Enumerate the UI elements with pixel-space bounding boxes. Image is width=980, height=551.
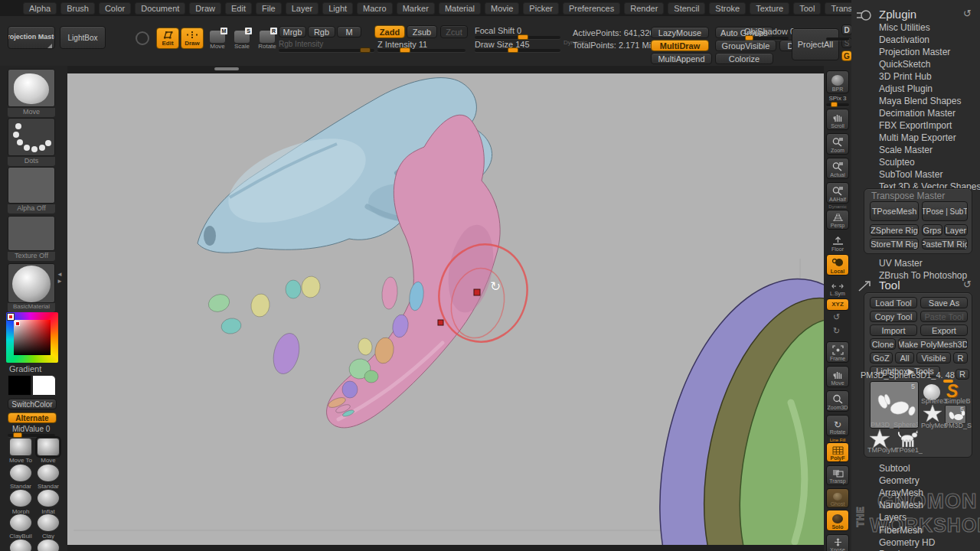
lightbox-button[interactable]: LightBox bbox=[60, 26, 106, 49]
rgb-button[interactable]: Rgb bbox=[308, 26, 335, 37]
mrgb-button[interactable]: Mrgb bbox=[279, 26, 306, 37]
color-picker[interactable] bbox=[6, 312, 58, 363]
zplugin-item-3d-print-hub[interactable]: 3D Print Hub bbox=[879, 71, 932, 82]
xpose-button[interactable]: Xpose bbox=[826, 534, 849, 551]
zplugin-item-adjust-plugin[interactable]: Adjust Plugin bbox=[879, 83, 933, 94]
current-material-thumb[interactable] bbox=[8, 263, 55, 303]
menu-layer[interactable]: Layer bbox=[286, 2, 319, 15]
tool-section-layers[interactable]: Layers bbox=[879, 512, 906, 523]
import-button[interactable]: Import bbox=[870, 324, 917, 336]
export-button[interactable]: Export bbox=[920, 324, 968, 336]
zplugin-item-projection-master[interactable]: Projection Master bbox=[879, 47, 950, 57]
goz-r-button[interactable]: R bbox=[953, 352, 968, 364]
transparency-button[interactable]: Transp bbox=[826, 465, 849, 485]
paste-tool-button[interactable]: Paste Tool bbox=[920, 311, 968, 322]
current-brush-thumb[interactable] bbox=[8, 69, 55, 107]
grps-button[interactable]: Grps bbox=[922, 224, 942, 236]
zplugin-item-decimation-master[interactable]: Decimation Master bbox=[879, 108, 956, 119]
zplugin-item-misc-utilities[interactable]: Misc Utilities bbox=[879, 22, 930, 33]
menu-texture[interactable]: Texture bbox=[750, 2, 789, 15]
move-gyro-button[interactable]: M Move bbox=[207, 28, 228, 51]
tposemesh-button[interactable]: TPoseMesh bbox=[870, 201, 919, 221]
zplugin-item-subtool-master[interactable]: SubTool Master bbox=[879, 169, 942, 180]
gradient-label[interactable]: Gradient bbox=[9, 364, 41, 373]
secondary-color-swatch[interactable] bbox=[32, 375, 56, 396]
solo-button[interactable]: Solo bbox=[826, 510, 849, 531]
floor-button[interactable]: Floor bbox=[826, 233, 849, 253]
d-button[interactable]: D bbox=[841, 24, 852, 35]
local-button[interactable]: Local bbox=[826, 254, 849, 276]
tool-section-geometry[interactable]: Geometry bbox=[879, 475, 920, 486]
groupvisible-button[interactable]: GroupVisible bbox=[715, 40, 776, 51]
zadd-button[interactable]: Zadd bbox=[374, 25, 405, 38]
quick-brush-claybuildup[interactable] bbox=[9, 514, 32, 532]
tray-divider-handle[interactable]: ◄► bbox=[57, 271, 63, 285]
tool-section-subtool[interactable]: Subtool bbox=[879, 463, 910, 474]
quick-brush-move-to[interactable] bbox=[9, 438, 32, 456]
main-color-swatch[interactable] bbox=[8, 375, 31, 396]
current-texture-thumb[interactable] bbox=[8, 216, 55, 251]
z-rotate-icon[interactable]: ↻ bbox=[833, 326, 840, 336]
zplugin-item-scale-master[interactable]: Scale Master bbox=[879, 145, 933, 155]
midvalue-slider[interactable] bbox=[8, 434, 55, 437]
zplugin-item-maya-blend-shapes[interactable]: Maya Blend Shapes bbox=[879, 96, 961, 106]
rotate-gyro-button[interactable]: R Rotate bbox=[256, 28, 279, 51]
tool-section-nanomesh[interactable]: NanoMesh bbox=[879, 500, 923, 510]
menu-draw[interactable]: Draw bbox=[189, 2, 221, 15]
persp-button[interactable]: Persp bbox=[826, 210, 849, 230]
menu-movie[interactable]: Movie bbox=[485, 2, 519, 15]
layer-button[interactable]: Layer bbox=[944, 224, 968, 236]
menu-picker[interactable]: Picker bbox=[523, 2, 559, 15]
tpose-subt-button[interactable]: TPose | SubT bbox=[922, 201, 968, 221]
bpr-button[interactable]: BPR bbox=[826, 70, 849, 93]
actual-button[interactable]: Actual bbox=[826, 158, 849, 179]
draw-button[interactable]: Draw bbox=[181, 28, 204, 49]
menu-preferences[interactable]: Preferences bbox=[563, 2, 620, 15]
zoom-button[interactable]: Zoom bbox=[826, 133, 849, 155]
menu-edit[interactable]: Edit bbox=[225, 2, 252, 15]
sculptris-pro-icon[interactable] bbox=[136, 31, 149, 45]
rgb-intensity-slider[interactable] bbox=[279, 49, 374, 52]
zplugin-item-deactivation[interactable]: Deactivation bbox=[879, 34, 929, 45]
quick-brush-morph[interactable] bbox=[9, 489, 32, 507]
aahalf-button[interactable]: AAHalf bbox=[826, 182, 849, 204]
zoom3d-button[interactable]: Zoom3D bbox=[826, 390, 849, 412]
quick-brush-standard1[interactable] bbox=[9, 464, 32, 482]
tool-section-geometry-hd[interactable]: Geometry HD bbox=[879, 537, 935, 548]
multiappend-button[interactable]: MultiAppend bbox=[651, 53, 712, 64]
zplugin-item-multi-map-exporter[interactable]: Multi Map Exporter bbox=[879, 132, 956, 143]
projectall-button[interactable]: ProjectAll bbox=[792, 28, 839, 60]
spix-slider[interactable] bbox=[826, 103, 849, 106]
tool-restore-icon[interactable]: ↺ bbox=[963, 279, 972, 290]
switchcolor-button[interactable]: SwitchColor bbox=[8, 399, 57, 409]
menu-stroke[interactable]: Stroke bbox=[709, 2, 746, 15]
menu-macro[interactable]: Macro bbox=[357, 2, 393, 15]
scale-gyro-button[interactable]: S Scale bbox=[231, 28, 253, 51]
lsym-button[interactable]: L.Sym bbox=[826, 279, 849, 297]
focal-shift-slider[interactable] bbox=[475, 36, 560, 39]
menu-color[interactable]: Color bbox=[99, 2, 131, 15]
zplugin-item-uv-master[interactable]: UV Master bbox=[879, 258, 923, 269]
menu-file[interactable]: File bbox=[256, 2, 282, 15]
rotate-view-button[interactable]: ↻ Rotate bbox=[826, 415, 849, 436]
polyframe-button[interactable]: PolyF bbox=[826, 442, 849, 462]
menu-material[interactable]: Material bbox=[439, 2, 481, 15]
menu-document[interactable]: Document bbox=[135, 2, 185, 15]
current-stroke-thumb[interactable] bbox=[8, 118, 55, 156]
edit-button[interactable]: Edit bbox=[156, 28, 179, 49]
colorize-button[interactable]: Colorize bbox=[715, 53, 773, 64]
document-canvas[interactable]: ↻ bbox=[67, 73, 824, 545]
draw-size-slider[interactable] bbox=[475, 49, 560, 52]
zplugin-item-quicksketch[interactable]: QuickSketch bbox=[879, 59, 930, 70]
menu-alpha[interactable]: Alpha bbox=[23, 2, 57, 15]
frame-button[interactable]: Frame bbox=[826, 341, 849, 363]
ghost-button[interactable]: Ghost bbox=[826, 488, 849, 508]
horizontal-scrollbar[interactable] bbox=[214, 67, 239, 70]
quick-brush-partial1[interactable] bbox=[9, 539, 32, 551]
current-alpha-thumb[interactable] bbox=[8, 167, 55, 204]
goz-button[interactable]: GoZ bbox=[870, 352, 893, 364]
make-polymesh3d-button[interactable]: Make PolyMesh3D bbox=[898, 338, 968, 350]
quick-brush-standard2[interactable] bbox=[37, 464, 60, 482]
storetm-rig-button[interactable]: StoreTM Rig bbox=[870, 238, 919, 249]
menu-render[interactable]: Render bbox=[624, 2, 664, 15]
